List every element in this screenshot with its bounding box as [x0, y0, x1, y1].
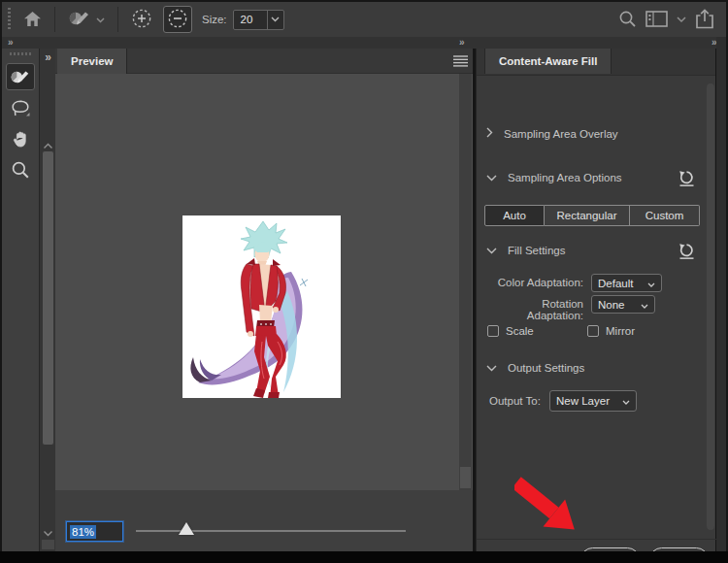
color-adaptation-select[interactable]: Default [591, 274, 662, 292]
area-mode-rectangular-button[interactable]: Rectangular [545, 205, 630, 226]
toolbar-separator [117, 7, 118, 32]
share-button[interactable] [695, 9, 714, 31]
caf-tabbar: Content-Aware Fill [477, 49, 715, 76]
output-to-label: Output To: [489, 395, 541, 407]
home-icon [23, 11, 42, 29]
preview-vertical-scrollbar[interactable] [459, 74, 472, 490]
color-adaptation-value: Default [598, 278, 633, 289]
zoom-icon [11, 160, 30, 180]
scrollbar-end-cap [42, 540, 54, 549]
section-sampling-area-overlay[interactable]: Sampling Area Overlay [486, 127, 618, 140]
hand-icon [12, 130, 30, 149]
preview-scrollbar-thumb[interactable] [460, 467, 471, 488]
preview-panel: Preview [55, 49, 473, 551]
section-output-settings[interactable]: Output Settings [486, 362, 584, 374]
brush-size-select[interactable]: 20 [233, 10, 284, 30]
output-to-value: New Layer [556, 395, 610, 407]
options-bar: Size: 20 [2, 2, 726, 37]
toolbar-grip[interactable] [8, 8, 11, 31]
zoom-tool-button[interactable] [6, 156, 35, 183]
lasso-icon [11, 98, 31, 117]
home-button[interactable] [18, 6, 47, 33]
sampling-area-options-label: Sampling Area Options [508, 172, 622, 183]
sampling-area-mode-group: Auto Rectangular Custom [484, 205, 700, 226]
sampling-area-overlay-label: Sampling Area Overlay [504, 128, 618, 140]
preview-canvas[interactable] [55, 74, 473, 490]
output-settings-label: Output Settings [508, 362, 584, 374]
tools-panel [2, 49, 39, 551]
mirror-label: Mirror [606, 325, 635, 337]
scroll-up-icon[interactable] [43, 140, 53, 151]
custom-label: Custom [645, 210, 684, 221]
rotation-adaptation-select[interactable]: None [591, 295, 655, 314]
chevron-down-icon [486, 172, 497, 183]
panel-menu-icon[interactable] [453, 55, 468, 69]
content-aware-fill-workspace: Size: 20 [0, 0, 728, 563]
chevron-down-icon [647, 278, 655, 289]
chevron-down-icon[interactable] [677, 14, 686, 25]
tools-scroll-strip: » [39, 49, 55, 551]
expand-panel-icon[interactable]: » [40, 50, 55, 64]
tab-preview[interactable]: Preview [57, 49, 127, 74]
tools-panel-grip[interactable] [10, 52, 31, 55]
brush-size-value: 20 [234, 11, 267, 29]
reset-fill-settings-button[interactable] [678, 243, 695, 260]
workspace-switcher-button[interactable] [645, 11, 668, 29]
preview-bottom-bar: 81% [55, 490, 473, 551]
rectangular-label: Rectangular [556, 210, 616, 221]
zoom-level-input[interactable]: 81% [66, 521, 123, 542]
toolbar-separator [54, 7, 55, 32]
section-fill-settings[interactable]: Fill Settings [486, 245, 565, 256]
preview-image [182, 215, 341, 398]
fill-settings-label: Fill Settings [508, 245, 565, 256]
preview-tab-label: Preview [71, 55, 113, 67]
area-mode-auto-button[interactable]: Auto [484, 205, 545, 226]
scale-checkbox-box [487, 325, 499, 337]
scale-checkbox[interactable]: Scale [487, 325, 534, 337]
reset-sampling-options-button[interactable] [678, 170, 695, 187]
caf-scrollbar-thumb[interactable] [707, 83, 714, 530]
add-sample-icon [131, 8, 152, 31]
caf-body: Sampling Area Overlay Sampling Area Opti… [477, 76, 715, 551]
chevron-down-icon [622, 395, 630, 407]
color-adaptation-label: Color Adaptation: [484, 277, 583, 288]
sampling-brush-presets-button[interactable] [63, 6, 110, 33]
output-to-select[interactable]: New Layer [549, 390, 637, 412]
chevron-down-icon [96, 14, 105, 25]
area-mode-custom-button[interactable]: Custom [630, 205, 700, 226]
tab-content-aware-fill[interactable]: Content-Aware Fill [484, 49, 612, 74]
chevron-right-icon [486, 127, 493, 140]
mirror-checkbox[interactable]: Mirror [587, 325, 635, 337]
hand-tool-button[interactable] [6, 125, 35, 152]
footer-divider [477, 539, 716, 540]
content-aware-fill-panel: Content-Aware Fill Sampling Area Overlay… [476, 49, 715, 551]
collapse-right-dock-icon[interactable]: » [711, 37, 716, 49]
scale-label: Scale [506, 325, 534, 337]
search-button[interactable] [618, 10, 637, 30]
rotation-adaptation-label: Rotation Adaptation: [484, 298, 583, 321]
subtract-sampling-area-button[interactable] [163, 6, 192, 33]
section-sampling-area-options[interactable]: Sampling Area Options [486, 172, 622, 183]
chevron-down-icon [486, 245, 497, 256]
lasso-tool-button[interactable] [6, 94, 35, 121]
mirror-checkbox-box [587, 325, 599, 337]
subtract-sample-icon [167, 8, 188, 31]
rotation-adaptation-value: None [598, 299, 625, 311]
brush-tool-icon [10, 68, 31, 86]
add-sampling-area-button[interactable] [126, 6, 157, 33]
sampling-brush-icon [68, 9, 91, 30]
collapse-tools-icon[interactable]: » [8, 37, 13, 49]
chevron-down-icon [267, 11, 283, 29]
window-bottom-edge [0, 551, 728, 563]
tools-scrollbar-thumb[interactable] [43, 151, 53, 445]
zoom-slider-thumb[interactable] [179, 522, 194, 535]
chevron-down-icon [641, 299, 648, 311]
caf-tab-label: Content-Aware Fill [499, 55, 597, 67]
zoom-level-value: 81% [70, 525, 96, 539]
collapse-preview-panel-icon[interactable]: » [459, 37, 464, 49]
right-dock-strip [716, 37, 726, 551]
zoom-slider[interactable] [136, 530, 406, 532]
chevron-down-icon [486, 362, 497, 374]
sampling-brush-tool-button[interactable] [6, 63, 35, 90]
scroll-down-icon[interactable] [43, 527, 53, 539]
